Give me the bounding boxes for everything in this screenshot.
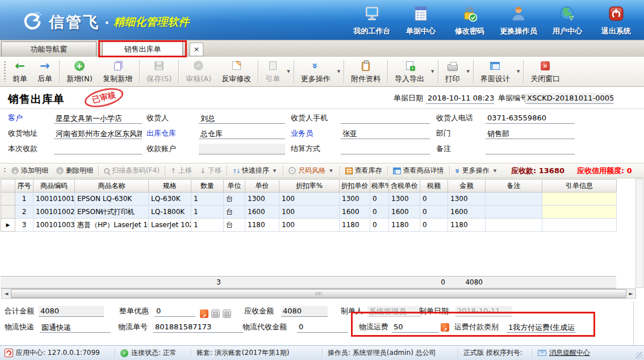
row-selector-cell[interactable]	[1, 206, 15, 219]
consignee-mobile-field[interactable]	[341, 113, 430, 124]
grid-cell[interactable]: 1600	[340, 206, 370, 219]
grid-horizontal-scrollbar[interactable]: ◄ ►	[1, 288, 636, 299]
col-header[interactable]: 单位	[224, 179, 245, 192]
grid-cell[interactable]: 0	[370, 192, 389, 206]
view-stock-button[interactable]: 查看库存	[341, 164, 386, 178]
grid-cell[interactable]	[486, 206, 542, 219]
grid-cell[interactable]: 1180	[245, 219, 279, 232]
scroll-right-arrow-icon[interactable]: ►	[626, 289, 635, 298]
freight-field[interactable]: 50	[392, 322, 438, 333]
grid-cell[interactable]: 100	[279, 206, 340, 219]
grid-cell[interactable]: 1600	[389, 206, 420, 219]
grid-cell[interactable]: 1300	[340, 192, 370, 206]
col-header[interactable]: 折扣单价	[340, 179, 370, 192]
grid-cell[interactable]: 2	[15, 206, 34, 219]
grid-cell[interactable]: 100	[279, 219, 340, 232]
grid-cell[interactable]: 1180	[448, 219, 486, 232]
exit-system-button[interactable]: 退出系统	[592, 5, 641, 36]
total-amount-field[interactable]: 4080	[39, 306, 104, 317]
detail-toolbar-grip-handle[interactable]	[4, 168, 6, 173]
more-actions-button[interactable]: 更多操作	[296, 57, 336, 86]
copy-new-button[interactable]: 复制新增	[98, 57, 137, 86]
grid-cell[interactable]: 1180	[340, 219, 370, 232]
grid-cell[interactable]: 惠普（HP）LaserJet 1020	[75, 219, 149, 232]
grid-cell[interactable]: 台	[224, 192, 245, 206]
row-selector-header[interactable]	[1, 179, 15, 192]
consignee-phone-field[interactable]: 0371-63559860	[486, 113, 575, 124]
remark-field[interactable]	[486, 144, 575, 154]
payment-field[interactable]	[54, 144, 142, 154]
dept-field[interactable]: 销售部	[486, 128, 575, 139]
grid-cell[interactable]: 1600	[245, 206, 279, 219]
next-doc-button[interactable]: 后单	[32, 57, 57, 86]
scan-barcode-button[interactable]: 扫描条形码(F4)	[100, 164, 164, 178]
grid-cell[interactable]: 1	[191, 206, 224, 219]
dropdown-caret-icon[interactable]	[492, 169, 498, 173]
user-center-button[interactable]: 用户中心	[543, 5, 592, 36]
col-header[interactable]: 备注	[486, 179, 542, 192]
dropdown-caret-icon[interactable]	[285, 57, 291, 86]
grid-cell[interactable]: 100101003	[34, 219, 75, 232]
grid-vertical-scrollbar[interactable]	[635, 179, 643, 288]
add-detail-button[interactable]: 添加明细	[7, 164, 52, 178]
dropdown-caret-icon[interactable]	[271, 169, 278, 173]
grid-cell[interactable]: 100	[279, 192, 340, 206]
cod-amount-field[interactable]: 0	[297, 322, 348, 333]
discount-tool-icon[interactable]	[211, 309, 220, 318]
grid-cell[interactable]: LaserJet 1020	[149, 219, 191, 232]
grid-cell[interactable]: 0	[420, 192, 448, 206]
row-selector-cell[interactable]	[1, 192, 15, 206]
grid-cell[interactable]: 1	[191, 219, 224, 232]
grid-cell[interactable]: 0	[370, 219, 389, 232]
save-button[interactable]: 保存(S)	[141, 57, 177, 86]
apply-freight-icon[interactable]	[441, 323, 449, 332]
col-header[interactable]: 税额	[420, 179, 448, 192]
view-product-detail-button[interactable]: 查看商品详情	[389, 164, 448, 178]
resize-grip-icon[interactable]	[636, 352, 643, 359]
col-header[interactable]: 金额	[448, 179, 486, 192]
grid-cell[interactable]: 3	[15, 219, 34, 232]
settle-method-field[interactable]	[341, 144, 430, 154]
apply-discount-icon[interactable]	[200, 309, 208, 318]
grid-cell[interactable]: 100101002	[34, 206, 75, 219]
grid-cell[interactable]: 1180	[389, 219, 420, 232]
ui-design-button[interactable]: 界面设计	[475, 57, 515, 86]
size-style-button[interactable]: 尺码风格	[285, 164, 338, 178]
grid-cell[interactable]: 1	[191, 192, 224, 206]
doc-date-field[interactable]: 2018-10-11 08:23	[426, 93, 494, 104]
grid-cell[interactable]: 0	[370, 206, 389, 219]
move-up-button[interactable]: 上移	[166, 164, 196, 178]
scroll-left-arrow-icon[interactable]: ◄	[2, 289, 11, 298]
col-header[interactable]: 序号	[15, 179, 34, 192]
grid-cell[interactable]: EPSON针式打印机	[75, 206, 149, 219]
grid-cell[interactable]: 1300	[245, 192, 279, 206]
grid-cell[interactable]: 1300	[448, 192, 486, 206]
toolbar-grip-handle[interactable]	[4, 61, 6, 82]
prev-doc-button[interactable]: 前单	[7, 57, 32, 86]
audit-button[interactable]: 审核(A)	[181, 57, 216, 86]
grid-cell[interactable]: 1600	[448, 206, 486, 219]
col-header[interactable]: 含税单价	[389, 179, 420, 192]
grid-cell-ref-info[interactable]	[542, 192, 617, 206]
dropdown-caret-icon[interactable]	[328, 169, 334, 173]
col-header[interactable]: 商品编码	[34, 179, 75, 192]
grid-cell[interactable]	[486, 219, 542, 232]
print-button[interactable]: 打印	[440, 57, 465, 86]
grid-cell[interactable]	[486, 192, 542, 206]
grid-cell[interactable]: LQ-630K	[149, 192, 191, 206]
scrollbar-thumb[interactable]	[11, 289, 626, 298]
grid-cell[interactable]: 台	[224, 206, 245, 219]
add-new-button[interactable]: 新增(N)	[61, 57, 98, 86]
grid-cell[interactable]: LQ-1800K	[149, 206, 191, 219]
col-header[interactable]: 数量	[191, 179, 224, 192]
doc-no-field[interactable]: XSCKD-20181011-0005	[525, 93, 613, 104]
logistics-express-field[interactable]: 圆通快递	[40, 322, 111, 333]
ref-doc-button[interactable]: 引单	[260, 57, 285, 86]
switch-operator-button[interactable]: 更换操作员	[494, 5, 543, 36]
order-discount-field[interactable]: 0	[154, 306, 195, 317]
document-center-button[interactable]: 单据中心	[396, 5, 445, 36]
col-header[interactable]: 商品名称	[75, 179, 149, 192]
consignee-field[interactable]: 刘总	[199, 113, 285, 124]
import-export-button[interactable]: 导入导出	[390, 57, 429, 86]
customer-field[interactable]: 星星文具第一小学店	[54, 113, 142, 124]
